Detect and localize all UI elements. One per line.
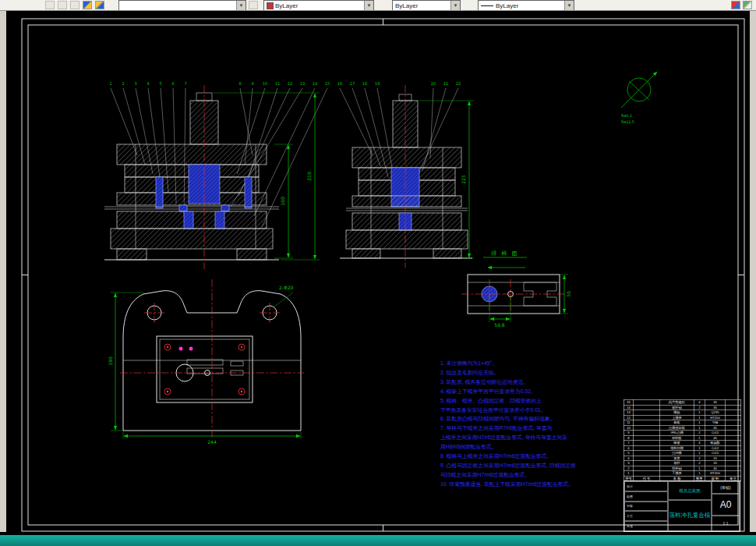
projection-symbol[interactable]: Ra6.3 Ra12.5 [621,72,657,124]
tech-notes[interactable]: 1. 未注倒角均为1×45°。2. 锐边及毛刺均应去除。3. 装配后, 模具各活… [440,359,616,489]
balloon-number: 5 [159,81,161,86]
note-line: 用H6/h5间隙配合形式。 [440,442,616,452]
balloon-number: 19 [375,81,380,86]
linetype-combo-value: ByLayer [496,2,518,9]
balloon-number: 7 [184,81,186,86]
balloon-number: 6 [171,81,174,86]
layer-combo[interactable]: ▼ [118,0,246,11]
sign-label: 批准 [624,521,668,531]
drawing-canvas[interactable]: 12345678910111213141516171819202122 160 [6,10,750,535]
dim-label: 244 [207,439,217,445]
color-combo-value: ByLayer [275,2,298,9]
balloon-number: 3 [134,81,136,86]
balloon-number: 2 [122,81,124,86]
strip-layout-label: 排 样 图 [491,250,518,257]
top-toolbar: ▼ ByLayer ▼ ByLayer ▼ ByLayer ▼ [0,0,756,11]
open-icon[interactable] [45,1,55,9]
dim-label: 50 [566,291,571,297]
sign-label: 审核 [624,502,668,512]
chevron-down-icon[interactable]: ▼ [564,1,574,11]
sign-label: 设计 [624,481,668,491]
dim-label: 59.8 [494,322,505,328]
balloon-number: 13 [300,81,305,86]
balloon-number: 18 [362,81,367,86]
sign-label: 工艺 [624,511,668,521]
note-line: 4. 模架上下模座平面平行度误差为0.02。 [440,387,616,396]
drawing-subtitle: 模具总装图 [668,481,712,500]
note-line: 上模座之间采用H7/r6过盈配合形式, 导柱与导套之间采 [440,433,616,442]
note-line: 2. 锐边及毛刺均应去除。 [440,368,616,378]
balloon-number: 12 [288,81,292,86]
title-block-right: (审核) A0 1:1 [712,481,740,531]
layer-icon[interactable] [83,1,92,9]
properties-icon[interactable] [743,1,752,9]
chevron-down-icon[interactable]: ▼ [450,1,460,11]
front-section-view[interactable]: 160 210 [104,85,320,269]
note-line: 1. 未注倒角均为1×45°。 [440,359,616,368]
strip-layout-view[interactable]: 排 样 图 59.8 50 [461,250,571,328]
chevron-down-icon[interactable]: ▼ [364,1,373,11]
dim-label: 190 [108,356,113,366]
scale-value: 1:1 [712,516,740,531]
sign-rows: 设计绘图审核工艺批准 [624,481,668,531]
approval-label: (审核) [712,481,740,494]
note-line: 与凹模之间采用H7/m6过渡配合形式。 [440,470,616,480]
balloon-number: 15 [325,81,330,86]
color-combo[interactable]: ByLayer ▼ [263,0,374,11]
sign-label: 绘图 [624,491,668,502]
parts-list-body: 15内六角螺钉44514圆柱销23513模柄1Q23512上模座1HT20011… [624,400,741,481]
balloon-number: 1 [109,81,111,86]
roughness-label: Ra6.3 [621,114,632,118]
roughness-label: Ra12.5 [621,120,634,124]
title-block-middle: 模具总装图 落料冲孔复合模 [668,481,712,531]
note-line: 7. 导柱与下模座之间采用R7/r6配合形式, 导套与 [440,424,616,433]
note-line: 10. 弹簧预紧适当, 装配上下模采用H7/m6过渡配合形式。 [440,480,616,489]
note-line: 3. 装配后, 模具各活动部位运动灵活。 [440,378,616,387]
save-icon[interactable] [58,1,67,9]
note-line: 下平面及各安装结合面平行度误差小于0.01。 [440,406,616,415]
balloon-number: 22 [456,81,461,86]
balloon-number: 11 [275,81,280,86]
draworder-icon[interactable] [731,1,740,9]
lineweight-combo[interactable]: ByLayer ▼ [392,0,461,11]
balloon-number: 8 [238,81,241,86]
drawing-title: 落料冲孔复合模 [668,500,712,531]
balloon-number: 21 [443,81,448,86]
linetype-sample-icon [481,5,493,6]
layer-manager-icon[interactable] [95,1,104,9]
note-line: 5. 模柄、模座、凸模固定板、凹模垫板的上 [440,396,616,406]
balloon-number: 16 [337,81,342,86]
balloon-number: 20 [431,81,436,86]
title-block[interactable]: 设计绘图审核工艺批准 模具总装图 落料冲孔复合模 (审核) A0 1:1 [624,480,740,532]
note-line: 8. 模柄与上模座之间采用H7/m6过渡配合形式。 [440,452,616,461]
balloon-number: 14 [313,81,317,86]
balloon-numbers: 12345678910111213141516171819202122 [109,81,461,86]
parts-list[interactable]: 15内六角螺钉44514圆柱销23513模柄1Q23512上模座1HT20011… [624,399,741,481]
balloon-number: 9 [251,81,253,86]
lineweight-combo-value: ByLayer [395,2,418,9]
note-line: 6. 装配后凸模与凹模间隙均匀, 不得有偏斜现象。 [440,414,616,424]
balloon-number: 17 [350,81,355,86]
dim-label: 225 [461,175,466,184]
balloon-number: 4 [147,81,149,86]
print-icon[interactable] [70,1,79,9]
dim-label: 2-Φ20 [279,285,294,290]
linetype-combo[interactable]: ByLayer ▼ [478,0,574,11]
make-layer-current-icon[interactable] [249,1,258,9]
dim-label: 210 [306,172,312,181]
note-line: 9. 凸模与固定板之间采用H7/m6过渡配合形式, 凹模固定板 [440,461,616,470]
side-section-view[interactable]: 225 [340,85,474,268]
plan-view[interactable]: 244 190 2-Φ20 [108,279,304,445]
dim-label: 160 [280,197,285,206]
balloon-number: 10 [263,81,267,86]
status-bar [0,532,756,546]
color-swatch-icon [267,2,274,9]
sheet-size: A0 [712,494,740,516]
chevron-down-icon[interactable]: ▼ [236,1,246,11]
